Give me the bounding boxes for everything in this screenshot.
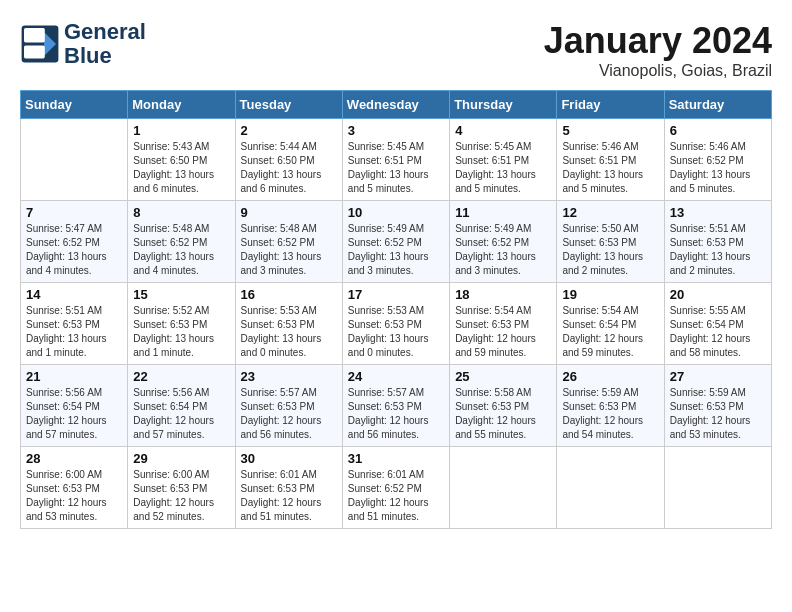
- day-number: 23: [241, 369, 337, 384]
- day-number: 7: [26, 205, 122, 220]
- day-details: Sunrise: 5:56 AM Sunset: 6:54 PM Dayligh…: [26, 386, 122, 442]
- day-number: 1: [133, 123, 229, 138]
- day-number: 26: [562, 369, 658, 384]
- calendar-cell: 4Sunrise: 5:45 AM Sunset: 6:51 PM Daylig…: [450, 119, 557, 201]
- day-details: Sunrise: 6:01 AM Sunset: 6:52 PM Dayligh…: [348, 468, 444, 524]
- calendar-cell: 2Sunrise: 5:44 AM Sunset: 6:50 PM Daylig…: [235, 119, 342, 201]
- calendar-cell: 22Sunrise: 5:56 AM Sunset: 6:54 PM Dayli…: [128, 365, 235, 447]
- day-number: 31: [348, 451, 444, 466]
- day-number: 17: [348, 287, 444, 302]
- calendar-cell: 28Sunrise: 6:00 AM Sunset: 6:53 PM Dayli…: [21, 447, 128, 529]
- day-number: 8: [133, 205, 229, 220]
- day-details: Sunrise: 5:55 AM Sunset: 6:54 PM Dayligh…: [670, 304, 766, 360]
- day-details: Sunrise: 6:00 AM Sunset: 6:53 PM Dayligh…: [133, 468, 229, 524]
- calendar-cell: 1Sunrise: 5:43 AM Sunset: 6:50 PM Daylig…: [128, 119, 235, 201]
- calendar-cell: [557, 447, 664, 529]
- calendar-week-row: 14Sunrise: 5:51 AM Sunset: 6:53 PM Dayli…: [21, 283, 772, 365]
- day-number: 16: [241, 287, 337, 302]
- calendar-cell: 7Sunrise: 5:47 AM Sunset: 6:52 PM Daylig…: [21, 201, 128, 283]
- calendar-week-row: 1Sunrise: 5:43 AM Sunset: 6:50 PM Daylig…: [21, 119, 772, 201]
- day-number: 21: [26, 369, 122, 384]
- calendar-cell: 30Sunrise: 6:01 AM Sunset: 6:53 PM Dayli…: [235, 447, 342, 529]
- day-details: Sunrise: 5:48 AM Sunset: 6:52 PM Dayligh…: [133, 222, 229, 278]
- day-number: 30: [241, 451, 337, 466]
- day-number: 27: [670, 369, 766, 384]
- day-number: 3: [348, 123, 444, 138]
- day-number: 20: [670, 287, 766, 302]
- day-number: 4: [455, 123, 551, 138]
- calendar-cell: 8Sunrise: 5:48 AM Sunset: 6:52 PM Daylig…: [128, 201, 235, 283]
- calendar-cell: 23Sunrise: 5:57 AM Sunset: 6:53 PM Dayli…: [235, 365, 342, 447]
- calendar-cell: 16Sunrise: 5:53 AM Sunset: 6:53 PM Dayli…: [235, 283, 342, 365]
- day-details: Sunrise: 5:58 AM Sunset: 6:53 PM Dayligh…: [455, 386, 551, 442]
- weekday-header-wednesday: Wednesday: [342, 91, 449, 119]
- calendar-cell: 27Sunrise: 5:59 AM Sunset: 6:53 PM Dayli…: [664, 365, 771, 447]
- calendar-cell: 21Sunrise: 5:56 AM Sunset: 6:54 PM Dayli…: [21, 365, 128, 447]
- day-number: 18: [455, 287, 551, 302]
- weekday-header-sunday: Sunday: [21, 91, 128, 119]
- svg-rect-2: [24, 28, 45, 42]
- calendar-cell: 9Sunrise: 5:48 AM Sunset: 6:52 PM Daylig…: [235, 201, 342, 283]
- day-details: Sunrise: 5:49 AM Sunset: 6:52 PM Dayligh…: [348, 222, 444, 278]
- weekday-header-monday: Monday: [128, 91, 235, 119]
- day-details: Sunrise: 5:54 AM Sunset: 6:54 PM Dayligh…: [562, 304, 658, 360]
- day-number: 25: [455, 369, 551, 384]
- day-number: 10: [348, 205, 444, 220]
- day-details: Sunrise: 5:43 AM Sunset: 6:50 PM Dayligh…: [133, 140, 229, 196]
- day-number: 2: [241, 123, 337, 138]
- calendar-cell: 5Sunrise: 5:46 AM Sunset: 6:51 PM Daylig…: [557, 119, 664, 201]
- day-details: Sunrise: 5:45 AM Sunset: 6:51 PM Dayligh…: [455, 140, 551, 196]
- day-details: Sunrise: 6:01 AM Sunset: 6:53 PM Dayligh…: [241, 468, 337, 524]
- day-details: Sunrise: 5:50 AM Sunset: 6:53 PM Dayligh…: [562, 222, 658, 278]
- calendar-week-row: 21Sunrise: 5:56 AM Sunset: 6:54 PM Dayli…: [21, 365, 772, 447]
- calendar-cell: 15Sunrise: 5:52 AM Sunset: 6:53 PM Dayli…: [128, 283, 235, 365]
- day-details: Sunrise: 5:47 AM Sunset: 6:52 PM Dayligh…: [26, 222, 122, 278]
- calendar-header: SundayMondayTuesdayWednesdayThursdayFrid…: [21, 91, 772, 119]
- day-number: 24: [348, 369, 444, 384]
- day-details: Sunrise: 5:48 AM Sunset: 6:52 PM Dayligh…: [241, 222, 337, 278]
- day-details: Sunrise: 5:46 AM Sunset: 6:51 PM Dayligh…: [562, 140, 658, 196]
- calendar-cell: 18Sunrise: 5:54 AM Sunset: 6:53 PM Dayli…: [450, 283, 557, 365]
- calendar-cell: 12Sunrise: 5:50 AM Sunset: 6:53 PM Dayli…: [557, 201, 664, 283]
- page-header: General Blue January 2024 Vianopolis, Go…: [20, 20, 772, 80]
- calendar-cell: [664, 447, 771, 529]
- logo-icon: [20, 24, 60, 64]
- calendar-cell: 17Sunrise: 5:53 AM Sunset: 6:53 PM Dayli…: [342, 283, 449, 365]
- logo: General Blue: [20, 20, 146, 68]
- day-details: Sunrise: 5:59 AM Sunset: 6:53 PM Dayligh…: [562, 386, 658, 442]
- day-number: 28: [26, 451, 122, 466]
- calendar-table: SundayMondayTuesdayWednesdayThursdayFrid…: [20, 90, 772, 529]
- logo-text: General Blue: [64, 20, 146, 68]
- calendar-cell: 19Sunrise: 5:54 AM Sunset: 6:54 PM Dayli…: [557, 283, 664, 365]
- day-details: Sunrise: 5:53 AM Sunset: 6:53 PM Dayligh…: [348, 304, 444, 360]
- day-number: 13: [670, 205, 766, 220]
- calendar-cell: 20Sunrise: 5:55 AM Sunset: 6:54 PM Dayli…: [664, 283, 771, 365]
- calendar-cell: 14Sunrise: 5:51 AM Sunset: 6:53 PM Dayli…: [21, 283, 128, 365]
- day-number: 15: [133, 287, 229, 302]
- day-details: Sunrise: 5:56 AM Sunset: 6:54 PM Dayligh…: [133, 386, 229, 442]
- day-number: 29: [133, 451, 229, 466]
- calendar-week-row: 28Sunrise: 6:00 AM Sunset: 6:53 PM Dayli…: [21, 447, 772, 529]
- day-details: Sunrise: 5:46 AM Sunset: 6:52 PM Dayligh…: [670, 140, 766, 196]
- calendar-cell: [450, 447, 557, 529]
- month-title: January 2024: [544, 20, 772, 62]
- day-details: Sunrise: 5:45 AM Sunset: 6:51 PM Dayligh…: [348, 140, 444, 196]
- day-details: Sunrise: 5:57 AM Sunset: 6:53 PM Dayligh…: [348, 386, 444, 442]
- weekday-header-thursday: Thursday: [450, 91, 557, 119]
- day-details: Sunrise: 6:00 AM Sunset: 6:53 PM Dayligh…: [26, 468, 122, 524]
- day-details: Sunrise: 5:54 AM Sunset: 6:53 PM Dayligh…: [455, 304, 551, 360]
- location-text: Vianopolis, Goias, Brazil: [544, 62, 772, 80]
- day-details: Sunrise: 5:57 AM Sunset: 6:53 PM Dayligh…: [241, 386, 337, 442]
- weekday-header-saturday: Saturday: [664, 91, 771, 119]
- calendar-cell: 11Sunrise: 5:49 AM Sunset: 6:52 PM Dayli…: [450, 201, 557, 283]
- calendar-cell: [21, 119, 128, 201]
- day-number: 19: [562, 287, 658, 302]
- day-number: 9: [241, 205, 337, 220]
- logo-line1: General: [64, 20, 146, 44]
- day-number: 22: [133, 369, 229, 384]
- weekday-header-row: SundayMondayTuesdayWednesdayThursdayFrid…: [21, 91, 772, 119]
- day-number: 5: [562, 123, 658, 138]
- calendar-cell: 29Sunrise: 6:00 AM Sunset: 6:53 PM Dayli…: [128, 447, 235, 529]
- calendar-cell: 6Sunrise: 5:46 AM Sunset: 6:52 PM Daylig…: [664, 119, 771, 201]
- svg-rect-3: [24, 46, 45, 59]
